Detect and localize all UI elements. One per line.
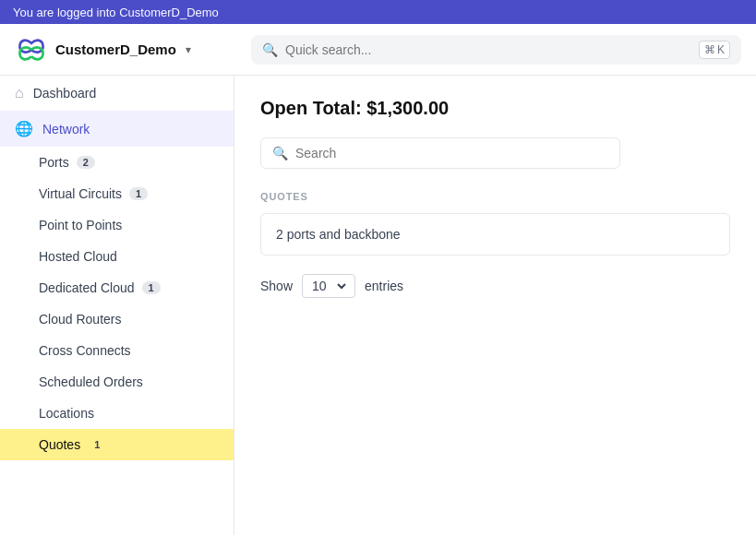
search-icon: 🔍 <box>272 146 288 160</box>
quote-item-text: 2 ports and backbone <box>276 227 401 242</box>
header-search-bar[interactable]: 🔍 ⌘ K <box>251 35 741 65</box>
sidebar-sub-item-locations[interactable]: Locations <box>0 398 234 429</box>
sidebar-sub-item-cloud-routers[interactable]: Cloud Routers <box>0 303 234 335</box>
sidebar-sub-item-dedicated-cloud[interactable]: Dedicated Cloud 1 <box>0 272 234 303</box>
main-content: Open Total: $1,300.00 🔍 QUOTES 2 ports a… <box>234 76 756 535</box>
entries-select[interactable]: 10 25 50 100 <box>302 274 355 298</box>
show-label: Show <box>260 279 293 293</box>
chevron-down-icon: ▾ <box>186 43 191 56</box>
point-to-points-label: Point to Points <box>39 218 122 232</box>
logo-area[interactable]: CustomerD_Demo ▾ <box>15 33 236 66</box>
quote-card[interactable]: 2 ports and backbone <box>260 213 730 256</box>
home-icon: ⌂ <box>15 85 24 101</box>
sidebar-sub-item-quotes[interactable]: Quotes 1 <box>0 429 234 460</box>
sidebar-item-label: Dashboard <box>33 86 97 101</box>
sidebar-sub-item-hosted-cloud[interactable]: Hosted Cloud <box>0 241 234 272</box>
show-entries-row: Show 10 25 50 100 entries <box>260 274 730 298</box>
header-search-input[interactable] <box>285 42 691 57</box>
banner-text: You are logged into CustomerD_Demo <box>13 6 219 19</box>
content-search-input[interactable] <box>295 146 608 160</box>
globe-icon: 🌐 <box>15 120 33 137</box>
dedicated-cloud-label: Dedicated Cloud <box>39 280 135 295</box>
layout: ⌂ Dashboard 🌐 Network Ports 2 Virtual Ci… <box>0 76 756 535</box>
virtual-circuits-badge: 1 <box>129 187 148 200</box>
quotes-badge: 1 <box>88 438 106 451</box>
sidebar-sub-item-scheduled-orders[interactable]: Scheduled Orders <box>0 366 234 398</box>
scheduled-orders-label: Scheduled Orders <box>39 374 143 389</box>
ports-badge: 2 <box>77 156 95 169</box>
sidebar-sub-item-cross-connects[interactable]: Cross Connects <box>0 335 234 366</box>
sidebar-item-label: Network <box>42 122 90 137</box>
header: CustomerD_Demo ▾ 🔍 ⌘ K <box>0 24 756 76</box>
ports-label: Ports <box>39 155 69 170</box>
keyboard-shortcut-badge: ⌘ K <box>699 41 730 59</box>
kbd-symbol: ⌘ <box>704 43 715 56</box>
quotes-label: Quotes <box>39 437 80 452</box>
sidebar-sub-item-virtual-circuits[interactable]: Virtual Circuits 1 <box>0 178 234 209</box>
virtual-circuits-label: Virtual Circuits <box>39 186 122 201</box>
dedicated-cloud-badge: 1 <box>142 281 161 294</box>
cloud-routers-label: Cloud Routers <box>39 312 122 327</box>
logo-text: CustomerD_Demo <box>55 42 176 57</box>
cross-connects-label: Cross Connects <box>39 343 131 358</box>
open-total: Open Total: $1,300.00 <box>260 98 730 119</box>
sidebar: ⌂ Dashboard 🌐 Network Ports 2 Virtual Ci… <box>0 76 234 535</box>
locations-label: Locations <box>39 406 94 421</box>
sidebar-item-dashboard[interactable]: ⌂ Dashboard <box>0 76 234 111</box>
logo-icon <box>15 33 48 66</box>
sidebar-item-network[interactable]: 🌐 Network <box>0 111 234 147</box>
quotes-section-label: QUOTES <box>260 191 730 202</box>
entries-dropdown[interactable]: 10 25 50 100 <box>308 278 349 294</box>
entries-label: entries <box>365 279 403 293</box>
content-search-bar[interactable]: 🔍 <box>260 137 620 169</box>
sidebar-sub-item-ports[interactable]: Ports 2 <box>0 147 234 178</box>
hosted-cloud-label: Hosted Cloud <box>39 249 117 264</box>
login-banner: You are logged into CustomerD_Demo <box>0 0 756 24</box>
search-icon: 🔍 <box>262 42 278 57</box>
kbd-key: K <box>717 43 725 56</box>
sidebar-sub-item-point-to-points[interactable]: Point to Points <box>0 209 234 241</box>
